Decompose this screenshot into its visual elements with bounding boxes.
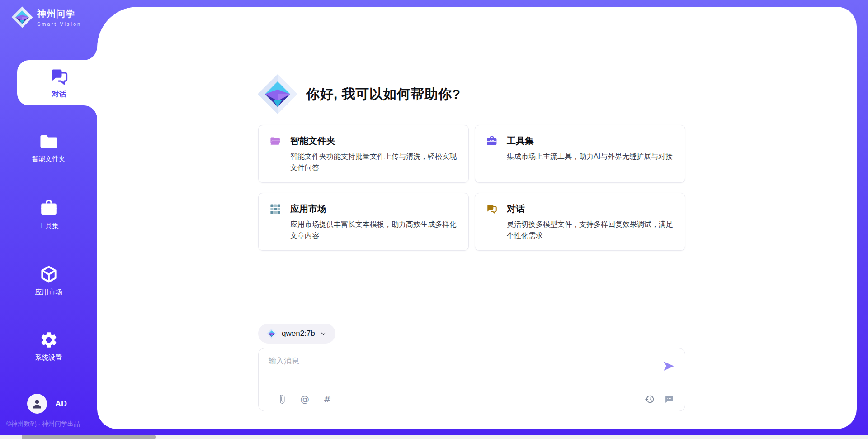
brand-name: 神州问学	[37, 8, 81, 20]
brand-logo-icon	[11, 6, 33, 29]
toolbox-icon	[39, 199, 58, 218]
greeting-title: 你好, 我可以如何帮助你?	[306, 85, 461, 104]
conversation-button[interactable]	[663, 394, 674, 405]
history-button[interactable]	[644, 394, 655, 405]
feature-card-smart-folder[interactable]: 智能文件夹 智能文件夹功能支持批量文件上传与清洗，轻松实现文件问答	[258, 125, 469, 183]
tab-flare-bottom	[84, 105, 97, 119]
folder-open-icon	[269, 135, 281, 147]
folder-icon	[39, 132, 58, 151]
attach-file-button[interactable]	[277, 394, 288, 405]
card-head: 应用市场	[269, 203, 458, 215]
feature-cards: 智能文件夹 智能文件夹功能支持批量文件上传与清洗，轻松实现文件问答 工具集 集成…	[258, 125, 685, 251]
brand-text: 神州问学 Smart Vision	[37, 8, 81, 27]
card-head: 智能文件夹	[269, 135, 458, 147]
sidebar-item-label: 工具集	[38, 222, 59, 230]
card-description: 应用市场提供丰富长文本模板，助力高效生成多样化文章内容	[290, 219, 458, 242]
gear-icon	[39, 330, 58, 349]
card-title: 工具集	[507, 135, 534, 147]
assistant-logo-icon	[256, 73, 299, 115]
composer-toolbar: @ #	[259, 387, 685, 411]
feature-card-toolset[interactable]: 工具集 集成市场上主流工具，助力AI与外界无缝扩展与对接	[475, 125, 685, 183]
person-icon	[31, 398, 43, 410]
card-title: 智能文件夹	[290, 135, 335, 147]
sidebar-item-toolset[interactable]: 工具集	[0, 199, 97, 230]
sidebar-item-smart-folder[interactable]: 智能文件夹	[0, 132, 97, 163]
composer-toolbar-right	[644, 394, 674, 405]
card-title: 应用市场	[290, 203, 326, 215]
feature-card-chat[interactable]: 对话 灵活切换多模型文件，支持多样回复效果调试，满足个性化需求	[475, 193, 685, 251]
at-icon: @	[300, 394, 309, 405]
greeting: 你好, 我可以如何帮助你?	[256, 73, 461, 115]
sidebar-item-label: 智能文件夹	[32, 155, 66, 163]
copyright-text: ©神州数码 · 神州问学出品	[6, 420, 80, 428]
message-input[interactable]	[268, 355, 640, 383]
card-head: 工具集	[486, 135, 674, 147]
mention-button[interactable]: @	[299, 394, 310, 405]
model-name: qwen2:7b	[282, 329, 315, 338]
paperclip-icon	[277, 394, 287, 404]
chat-icon	[49, 67, 69, 87]
sidebar-item-label: 系统设置	[35, 353, 62, 362]
composer: @ #	[258, 348, 685, 411]
user-profile[interactable]: AD	[27, 394, 67, 414]
chat-bubble-icon	[664, 394, 674, 404]
app-root: 神州问学 Smart Vision 对话 智能文件夹 工具集 应用市场 系统设置	[0, 0, 868, 439]
card-description: 灵活切换多模型文件，支持多样回复效果调试，满足个性化需求	[507, 219, 674, 242]
send-button[interactable]	[661, 359, 676, 374]
feature-card-app-market[interactable]: 应用市场 应用市场提供丰富长文本模板，助力高效生成多样化文章内容	[258, 193, 469, 251]
send-icon	[662, 359, 675, 373]
grid-cube-icon	[269, 203, 281, 215]
sidebar: 神州问学 Smart Vision 对话 智能文件夹 工具集 应用市场 系统设置	[0, 0, 97, 439]
sidebar-item-label: 应用市场	[35, 288, 62, 296]
avatar	[27, 394, 47, 414]
main-panel: 你好, 我可以如何帮助你? 智能文件夹 智能文件夹功能支持批量文件上传与清洗，轻…	[97, 7, 857, 429]
history-icon	[645, 394, 655, 404]
hash-icon: #	[324, 394, 331, 405]
brand: 神州问学 Smart Vision	[11, 6, 81, 29]
card-title: 对话	[507, 203, 525, 215]
toolbox-icon	[486, 135, 498, 147]
hashtag-button[interactable]: #	[322, 394, 333, 405]
chat-icon	[486, 203, 498, 215]
user-initials: AD	[55, 399, 67, 409]
card-description: 集成市场上主流工具，助力AI与外界无缝扩展与对接	[507, 151, 674, 162]
scrollbar-thumb[interactable]	[22, 435, 156, 439]
sidebar-item-app-market[interactable]: 应用市场	[0, 265, 97, 296]
sidebar-item-settings[interactable]: 系统设置	[0, 330, 97, 362]
card-description: 智能文件夹功能支持批量文件上传与清洗，轻松实现文件问答	[290, 151, 458, 174]
brand-subtitle: Smart Vision	[37, 21, 81, 27]
model-selector[interactable]: qwen2:7b	[258, 324, 335, 344]
model-logo-icon	[266, 328, 277, 339]
sidebar-item-chat[interactable]: 对话	[17, 60, 101, 105]
tab-flare-top	[84, 47, 97, 60]
horizontal-scrollbar[interactable]	[0, 435, 868, 439]
sidebar-item-label: 对话	[52, 90, 66, 99]
card-head: 对话	[486, 203, 674, 215]
chevron-down-icon	[320, 330, 327, 338]
cube-icon	[39, 265, 58, 284]
